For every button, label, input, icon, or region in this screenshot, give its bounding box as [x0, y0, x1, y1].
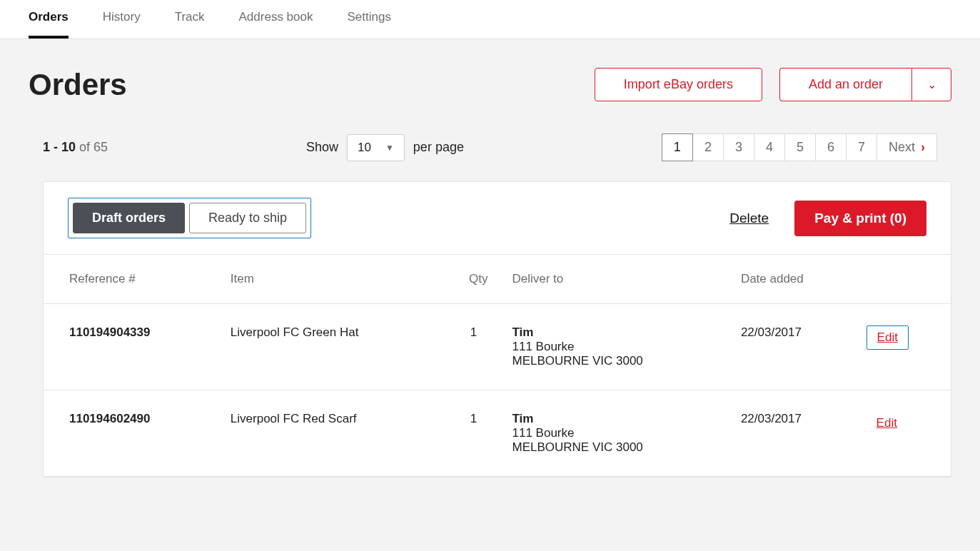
date-cell: 22/03/2017 [731, 390, 857, 477]
nav-tab-settings[interactable]: Settings [347, 0, 390, 39]
edit-link[interactable]: Edit [867, 325, 909, 350]
table-row: 110194904339Liverpool FC Green Hat1Tim11… [44, 304, 951, 390]
next-label: Next [889, 140, 915, 155]
edit-cell: Edit [857, 304, 951, 390]
page-6[interactable]: 6 [815, 133, 847, 161]
filter-draft-orders[interactable]: Draft orders [73, 203, 185, 233]
col-header [857, 255, 951, 304]
per-page-label: per page [413, 140, 464, 155]
col-header: Deliver to [502, 255, 731, 304]
page-title: Orders [29, 68, 127, 102]
add-order-button[interactable]: Add an order [779, 68, 911, 101]
deliver-cell: Tim111 BourkeMELBOURNE VIC 3000 [502, 390, 731, 477]
table-row: 110194602490Liverpool FC Red Scarf1Tim11… [44, 390, 951, 477]
orders-card: Draft orders Ready to ship Delete Pay & … [43, 181, 951, 477]
page-2[interactable]: 2 [692, 133, 724, 161]
show-select[interactable]: 10 ▼ [347, 134, 405, 161]
col-header: Qty [445, 255, 502, 304]
add-order-dropdown[interactable]: ⌄ [911, 68, 951, 101]
range-text: 1 - 10 of 65 [43, 140, 108, 155]
page-3[interactable]: 3 [723, 133, 754, 161]
item-cell: Liverpool FC Red Scarf [221, 390, 445, 477]
col-header: Item [221, 255, 445, 304]
date-cell: 22/03/2017 [731, 304, 857, 390]
page-next[interactable]: Next › [877, 133, 937, 161]
page-1[interactable]: 1 [662, 133, 693, 161]
show-per-page: Show 10 ▼ per page [306, 134, 464, 161]
pay-print-button[interactable]: Pay & print (0) [794, 201, 926, 236]
header-actions: Import eBay orders Add an order ⌄ [595, 68, 951, 101]
nav-tab-history[interactable]: History [103, 0, 141, 39]
page-4[interactable]: 4 [754, 133, 785, 161]
edit-cell: Edit [857, 390, 951, 477]
item-cell: Liverpool FC Green Hat [221, 304, 445, 390]
nav-tab-address-book[interactable]: Address book [239, 0, 313, 39]
qty-cell: 1 [445, 390, 502, 477]
edit-link[interactable]: Edit [867, 412, 907, 435]
reference-cell: 110194904339 [44, 304, 221, 390]
col-header: Reference # [44, 255, 221, 304]
filter-ready-to-ship[interactable]: Ready to ship [189, 203, 306, 233]
show-label: Show [306, 140, 338, 155]
show-value: 10 [358, 141, 371, 155]
caret-down-icon: ▼ [385, 143, 394, 153]
orders-table: Reference #ItemQtyDeliver toDate added 1… [44, 255, 951, 477]
filter-tabs: Draft orders Ready to ship [68, 198, 311, 238]
chevron-right-icon: › [921, 140, 925, 155]
nav-tab-track[interactable]: Track [175, 0, 205, 39]
pagination: 1234567Next › [662, 133, 937, 161]
page-7[interactable]: 7 [846, 133, 877, 161]
chevron-down-icon: ⌄ [927, 78, 936, 91]
qty-cell: 1 [445, 304, 502, 390]
delete-link[interactable]: Delete [729, 211, 769, 226]
nav-tab-orders[interactable]: Orders [29, 0, 69, 39]
page-5[interactable]: 5 [784, 133, 816, 161]
deliver-cell: Tim111 BourkeMELBOURNE VIC 3000 [502, 304, 731, 390]
nav-tabs: OrdersHistoryTrackAddress bookSettings [0, 0, 980, 39]
col-header: Date added [731, 255, 857, 304]
reference-cell: 110194602490 [44, 390, 221, 477]
import-ebay-button[interactable]: Import eBay orders [595, 68, 762, 101]
